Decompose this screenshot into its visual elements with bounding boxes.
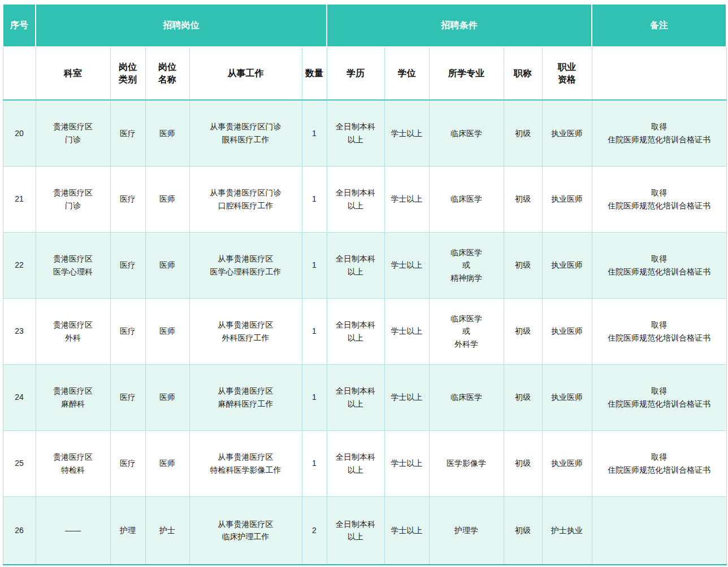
table-row: 23 贵港医疗区 外科 医疗 医师 从事贵港医疗区 外科医疗工作 1 全日制本科…: [3, 298, 726, 364]
cell-remark: 取得 住院医师规范化培训合格证书: [592, 166, 726, 232]
table-row: 20 贵港医疗区 门诊 医疗 医师 从事贵港医疗区门诊 眼科医疗工作 1 全日制…: [3, 100, 726, 166]
cell-major: 临床医学: [429, 166, 504, 232]
subheader-category: 岗位 类别: [110, 47, 145, 100]
cell-remark: 取得 住院医师规范化培训合格证书: [592, 364, 726, 430]
cell-serial: 26: [3, 496, 36, 565]
cell-count: 2: [302, 496, 327, 565]
cell-count: 1: [302, 364, 327, 430]
cell-remark: 取得 住院医师规范化培训合格证书: [592, 232, 726, 298]
header-serial: 序号: [3, 4, 36, 47]
cell-degree: 学士以上: [384, 232, 429, 298]
recruitment-table-page: 序号 招聘岗位 招聘条件 备注 科室 岗位 类别 岗位 名称 从事工作 数量 学…: [0, 0, 728, 565]
cell-major: 医学影像学: [429, 430, 504, 496]
table-row: 26 —— 护理 护士 从事贵港医疗区 临床护理工作 2 全日制本科 以上 学士…: [3, 496, 726, 565]
recruitment-table: 序号 招聘岗位 招聘条件 备注 科室 岗位 类别 岗位 名称 从事工作 数量 学…: [2, 3, 727, 565]
cell-remark: 取得 住院医师规范化培训合格证书: [592, 100, 726, 166]
subheader-work: 从事工作: [189, 47, 302, 100]
subheader-cert: 职业 资格: [542, 47, 592, 100]
cell-category: 医疗: [110, 430, 145, 496]
cell-title: 医师: [145, 100, 189, 166]
cell-education: 全日制本科 以上: [327, 298, 384, 364]
cell-duty: 从事贵港医疗区 麻醉科医疗工作: [189, 364, 302, 430]
cell-duty: 从事贵港医疗区 特检科医学影像工作: [189, 430, 302, 496]
cell-count: 1: [302, 100, 327, 166]
cell-title: 护士: [145, 496, 189, 565]
cell-remark: 取得 住院医师规范化培训合格证书: [592, 430, 726, 496]
cell-rank: 初级: [504, 430, 542, 496]
cell-rank: 初级: [504, 496, 542, 565]
cell-serial: 24: [3, 364, 36, 430]
cell-duty: 从事贵港医疗区门诊 眼科医疗工作: [189, 100, 302, 166]
table-row: 22 贵港医疗区 医学心理科 医疗 医师 从事贵港医疗区 医学心理科医疗工作 1…: [3, 232, 726, 298]
cell-duty: 从事贵港医疗区 医学心理科医疗工作: [189, 232, 302, 298]
cell-degree: 学士以上: [384, 364, 429, 430]
subheader-remark-empty: [592, 47, 726, 100]
subheader-department: 科室: [36, 47, 110, 100]
cell-serial: 25: [3, 430, 36, 496]
table-row: 24 贵港医疗区 麻醉科 医疗 医师 从事贵港医疗区 麻醉科医疗工作 1 全日制…: [3, 364, 726, 430]
cell-title: 医师: [145, 166, 189, 232]
cell-qualification: 执业医师: [542, 100, 592, 166]
cell-degree: 学士以上: [384, 298, 429, 364]
cell-qualification: 护士执业: [542, 496, 592, 565]
cell-serial: 20: [3, 100, 36, 166]
header-condition-group: 招聘条件: [327, 4, 592, 47]
cell-department: 贵港医疗区 麻醉科: [36, 364, 110, 430]
subheader-rank: 职称: [504, 47, 542, 100]
cell-category: 医疗: [110, 364, 145, 430]
cell-category: 护理: [110, 496, 145, 565]
cell-major: 临床医学 或 精神病学: [429, 232, 504, 298]
cell-department: 贵港医疗区 门诊: [36, 166, 110, 232]
subheader-education: 学历: [327, 47, 384, 100]
cell-degree: 学士以上: [384, 100, 429, 166]
cell-title: 医师: [145, 364, 189, 430]
header-remark: 备注: [592, 4, 726, 47]
cell-department: 贵港医疗区 特检科: [36, 430, 110, 496]
cell-department: 贵港医疗区 外科: [36, 298, 110, 364]
cell-education: 全日制本科 以上: [327, 430, 384, 496]
cell-count: 1: [302, 430, 327, 496]
cell-education: 全日制本科 以上: [327, 232, 384, 298]
cell-degree: 学士以上: [384, 496, 429, 565]
cell-department: 贵港医疗区 医学心理科: [36, 232, 110, 298]
cell-count: 1: [302, 166, 327, 232]
group-header-row: 序号 招聘岗位 招聘条件 备注: [3, 4, 726, 47]
cell-qualification: 执业医师: [542, 232, 592, 298]
cell-category: 医疗: [110, 166, 145, 232]
cell-education: 全日制本科 以上: [327, 364, 384, 430]
cell-department: ——: [36, 496, 110, 565]
cell-duty: 从事贵港医疗区 临床护理工作: [189, 496, 302, 565]
subheader-name: 岗位 名称: [145, 47, 189, 100]
cell-remark: 取得 住院医师规范化培训合格证书: [592, 298, 726, 364]
cell-qualification: 执业医师: [542, 430, 592, 496]
cell-qualification: 执业医师: [542, 166, 592, 232]
cell-serial: 21: [3, 166, 36, 232]
cell-rank: 初级: [504, 166, 542, 232]
cell-major: 临床医学: [429, 364, 504, 430]
subheader-major: 所学专业: [429, 47, 504, 100]
subheader-degree: 学位: [384, 47, 429, 100]
cell-duty: 从事贵港医疗区 外科医疗工作: [189, 298, 302, 364]
cell-rank: 初级: [504, 100, 542, 166]
cell-category: 医疗: [110, 298, 145, 364]
cell-degree: 学士以上: [384, 430, 429, 496]
cell-degree: 学士以上: [384, 166, 429, 232]
cell-category: 医疗: [110, 100, 145, 166]
cell-major: 临床医学: [429, 100, 504, 166]
subheader-serial-empty: [3, 47, 36, 100]
header-position-group: 招聘岗位: [36, 4, 327, 47]
cell-qualification: 执业医师: [542, 298, 592, 364]
cell-serial: 22: [3, 232, 36, 298]
subheader-count: 数量: [302, 47, 327, 100]
cell-title: 医师: [145, 430, 189, 496]
cell-duty: 从事贵港医疗区门诊 口腔科医疗工作: [189, 166, 302, 232]
table-row: 21 贵港医疗区 门诊 医疗 医师 从事贵港医疗区门诊 口腔科医疗工作 1 全日…: [3, 166, 726, 232]
cell-education: 全日制本科 以上: [327, 100, 384, 166]
cell-major: 护理学: [429, 496, 504, 565]
cell-title: 医师: [145, 298, 189, 364]
cell-rank: 初级: [504, 298, 542, 364]
cell-education: 全日制本科 以上: [327, 166, 384, 232]
cell-serial: 23: [3, 298, 36, 364]
cell-title: 医师: [145, 232, 189, 298]
cell-rank: 初级: [504, 364, 542, 430]
